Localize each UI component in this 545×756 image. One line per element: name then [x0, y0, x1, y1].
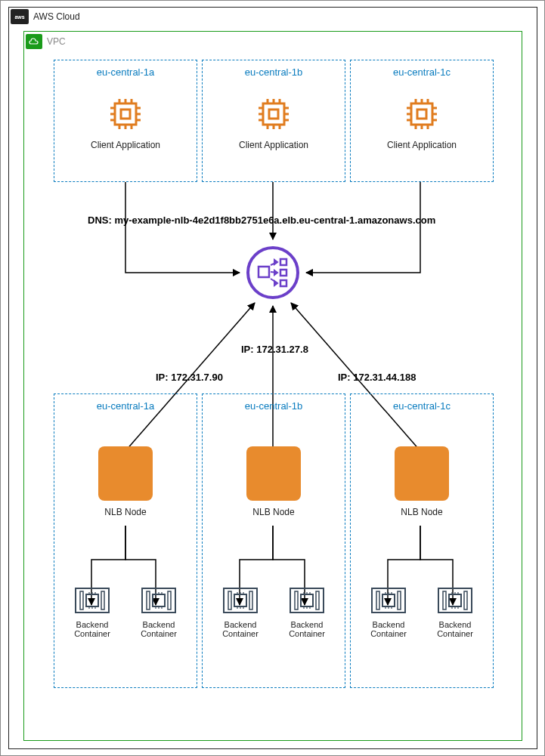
backend-container-item: Backend Container	[358, 585, 419, 638]
backend-container-label: Backend Container	[62, 620, 122, 638]
backend-container-item: Backend Container	[277, 585, 337, 638]
nlb-node-icon	[395, 446, 449, 501]
nlb-node-label: NLB Node	[203, 507, 345, 517]
nlb-node-icon	[246, 446, 301, 501]
svg-rect-107	[443, 591, 446, 609]
backend-container-label: Backend Container	[358, 620, 419, 638]
svg-rect-88	[316, 591, 319, 609]
backend-row: Backend Container Backend Cont	[203, 585, 345, 638]
svg-rect-109	[449, 594, 461, 606]
nlb-node-label: NLB Node	[351, 507, 493, 517]
svg-rect-97	[376, 591, 379, 609]
az-bottom-1c-title: eu-central-1c	[351, 394, 493, 412]
svg-rect-77	[228, 591, 231, 609]
svg-rect-79	[234, 594, 246, 606]
svg-rect-67	[147, 591, 150, 609]
svg-rect-59	[86, 594, 98, 606]
backend-container-item: Backend Container	[210, 585, 271, 638]
svg-rect-98	[398, 591, 401, 609]
svg-rect-99	[382, 594, 395, 606]
az-bottom-1a-title: eu-central-1a	[54, 394, 197, 412]
backend-row: Backend Container Backend Cont	[351, 585, 493, 638]
backend-container-item: Backend Container	[62, 585, 122, 638]
az-bottom-1b: eu-central-1b NLB Node	[202, 393, 345, 688]
backend-container-label: Backend Container	[210, 620, 271, 638]
az-bottom-1c: eu-central-1c NLB Node	[350, 393, 494, 688]
container-icon	[290, 585, 324, 616]
nlb-node-icon	[98, 446, 153, 501]
container-icon	[438, 585, 472, 616]
backend-container-label: Backend Container	[277, 620, 337, 638]
diagram-canvas: aws AWS Cloud VPC eu-central-1a	[0, 0, 545, 756]
az-bottom-1a: eu-central-1a NLB Node	[54, 393, 197, 688]
svg-rect-58	[101, 591, 104, 609]
container-icon	[75, 585, 110, 616]
az-bottom-1b-title: eu-central-1b	[203, 394, 345, 412]
svg-rect-57	[80, 591, 83, 609]
backend-container-item: Backend Container	[425, 585, 485, 638]
svg-rect-87	[295, 591, 298, 609]
backend-container-label: Backend Container	[425, 620, 485, 638]
container-icon	[371, 585, 406, 616]
nlb-node-label: NLB Node	[54, 507, 197, 517]
svg-rect-108	[464, 591, 467, 609]
svg-rect-89	[301, 594, 313, 606]
backend-container-item: Backend Container	[129, 585, 189, 638]
container-icon	[223, 585, 258, 616]
backend-container-label: Backend Container	[129, 620, 189, 638]
svg-rect-78	[249, 591, 252, 609]
container-icon	[141, 585, 176, 616]
svg-rect-68	[168, 591, 171, 609]
svg-rect-69	[153, 594, 165, 606]
backend-row: Backend Container Backend Cont	[54, 585, 197, 638]
